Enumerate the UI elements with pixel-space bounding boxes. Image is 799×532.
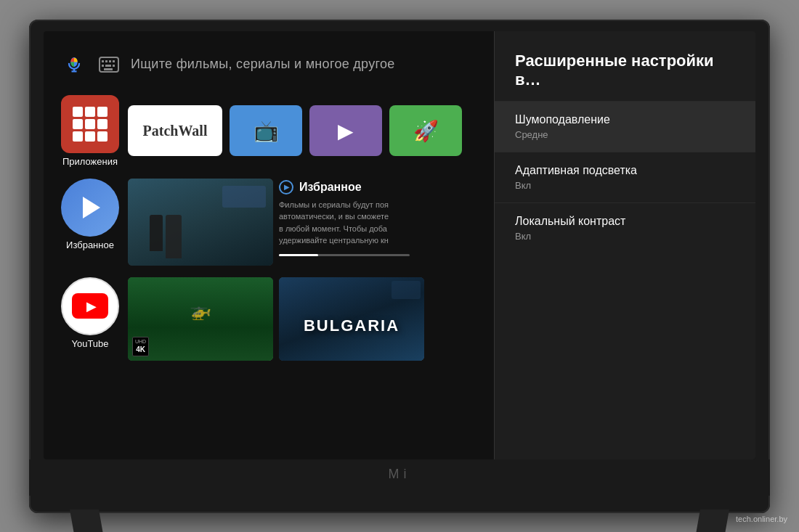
settings-adaptive-label: Адаптивная подсветка: [515, 164, 735, 177]
favorites-play-arrow: ▶: [284, 183, 290, 191]
tv-stands: [29, 510, 770, 533]
mic-icon[interactable]: [61, 52, 87, 78]
search-placeholder: Ищите фильмы, сериалы и многое другое: [131, 57, 395, 72]
settings-item-contrast[interactable]: Локальный контраст Вкл: [495, 202, 755, 253]
grid-dot: [73, 119, 83, 129]
settings-item-noise[interactable]: Шумоподавление Среднe: [495, 101, 755, 152]
rocket-tile[interactable]: 🚀: [389, 105, 462, 156]
youtube-logo: ▶: [72, 293, 108, 319]
favorites-content: ▶ Избранное Фильмы и сериалы будут пояав…: [128, 179, 476, 266]
favorites-progress-fill: [279, 254, 318, 256]
youtube-icon[interactable]: ▶: [61, 277, 119, 335]
svg-rect-12: [104, 68, 113, 70]
favorites-title: Избранное: [299, 181, 362, 194]
stand-left: [70, 510, 105, 533]
tv-unit: Ищите фильмы, сериалы и многое другое: [29, 20, 770, 513]
4k-text: 4K: [136, 345, 145, 354]
yt-thumb-2[interactable]: BULGARIA: [279, 277, 424, 361]
grid-dot: [97, 107, 108, 117]
channel-tiles: PatchWall 📺 ▶ 🚀: [128, 105, 476, 156]
patchwall-label: PatchWall: [143, 123, 208, 139]
patchwall-tile[interactable]: PatchWall: [128, 105, 222, 156]
svg-rect-7: [109, 60, 111, 62]
main-content: Ищите фильмы, сериалы и многое другое: [44, 31, 494, 459]
svg-rect-11: [113, 65, 115, 67]
favorites-thumbnail: [128, 179, 273, 266]
favorites-row: Избранное: [61, 179, 476, 266]
youtube-column[interactable]: ▶ YouTube: [61, 277, 119, 349]
svg-rect-10: [105, 65, 111, 67]
apps-label: Приложения: [62, 156, 118, 167]
svg-rect-9: [102, 65, 104, 67]
yt-thumb-1-inner: 🚁 UHD 4K: [128, 277, 273, 361]
favorites-play-icon: [83, 197, 100, 218]
favorites-description: Фильмы и сериалы будут пояавтоматически,…: [279, 199, 476, 247]
bulgaria-text: BULGARIA: [304, 316, 400, 335]
favorites-thumb-inner: [128, 179, 273, 266]
tv-screen: Ищите фильмы, сериалы и многое другое: [44, 31, 755, 459]
app-tiles-row: Приложения PatchWall 📺 ▶ 🚀: [61, 95, 476, 167]
youtube-label: YouTube: [71, 338, 108, 349]
favorites-title-row: ▶ Избранное: [279, 180, 476, 195]
settings-noise-value: Среднe: [515, 129, 735, 140]
settings-adaptive-value: Вкл: [515, 180, 735, 191]
svg-rect-5: [102, 60, 104, 62]
tv-channel-tile[interactable]: 📺: [230, 105, 302, 156]
grid-dot: [73, 107, 83, 117]
favorites-column[interactable]: Избранное: [61, 179, 119, 250]
favorites-info: ▶ Избранное Фильмы и сериалы будут пояав…: [279, 179, 476, 266]
keyboard-icon[interactable]: [96, 52, 122, 78]
grid-dot: [97, 119, 108, 129]
favorites-label: Избранное: [66, 240, 114, 250]
grid-dot: [85, 119, 95, 129]
favorites-progress: [279, 254, 410, 256]
svg-rect-6: [105, 60, 108, 62]
tv-tile-icon: 📺: [254, 119, 279, 143]
youtube-thumbnails: 🚁 UHD 4K BULGARIA: [128, 277, 476, 361]
video-tile[interactable]: ▶: [309, 105, 382, 156]
grid-dot: [85, 107, 95, 117]
watermark: tech.onliner.by: [736, 515, 787, 523]
tv-bottom: Mi: [29, 459, 770, 496]
settings-item-adaptive[interactable]: Адаптивная подсветка Вкл: [495, 152, 755, 202]
video-tile-icon: ▶: [338, 119, 354, 143]
grid-dot: [85, 131, 95, 142]
apps-grid-dots: [73, 107, 108, 142]
drone-icon: 🚁: [190, 300, 211, 321]
settings-contrast-label: Локальный контраст: [515, 215, 735, 228]
uhd-badge: UHD 4K: [132, 337, 149, 356]
yt-thumb-2-inner: BULGARIA: [279, 277, 424, 361]
apps-icon[interactable]: [61, 95, 119, 153]
settings-noise-label: Шумоподавление: [515, 113, 735, 126]
youtube-play-icon: ▶: [86, 298, 97, 314]
tv-brand: Mi: [389, 467, 411, 482]
grid-dot: [73, 131, 83, 142]
apps-column[interactable]: Приложения: [61, 95, 119, 167]
rocket-tile-icon: 🚀: [413, 119, 439, 143]
svg-rect-8: [113, 60, 115, 62]
settings-contrast-value: Вкл: [515, 231, 735, 242]
grid-dot: [97, 131, 108, 142]
youtube-row: ▶ YouTube 🚁 UHD 4K: [61, 277, 476, 361]
yt-thumb-1[interactable]: 🚁 UHD 4K: [128, 277, 273, 361]
settings-title: Расширенные настройки в…: [495, 31, 755, 101]
stand-right: [694, 510, 729, 533]
favorites-icon[interactable]: [61, 179, 119, 237]
settings-panel: Расширенные настройки в… Шумоподавление …: [494, 31, 755, 459]
uhd-text: UHD: [135, 339, 146, 345]
favorites-play-small: ▶: [279, 180, 293, 195]
search-bar[interactable]: Ищите фильмы, сериалы и многое другое: [61, 46, 476, 83]
